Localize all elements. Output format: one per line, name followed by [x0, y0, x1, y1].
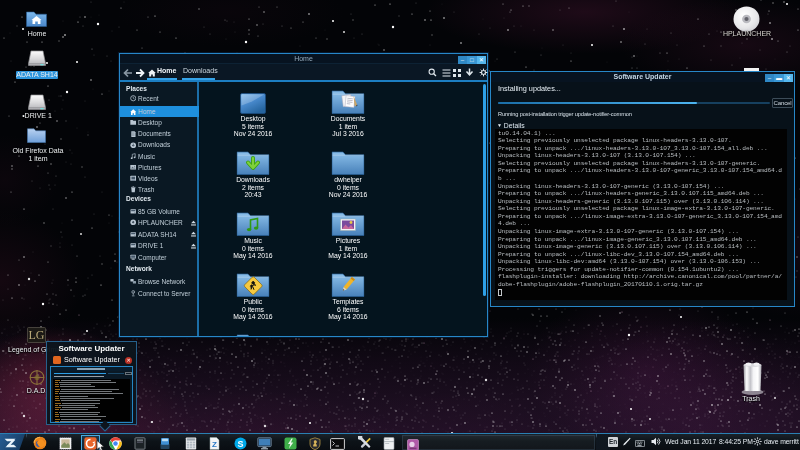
svg-text:LG: LG — [29, 328, 45, 342]
